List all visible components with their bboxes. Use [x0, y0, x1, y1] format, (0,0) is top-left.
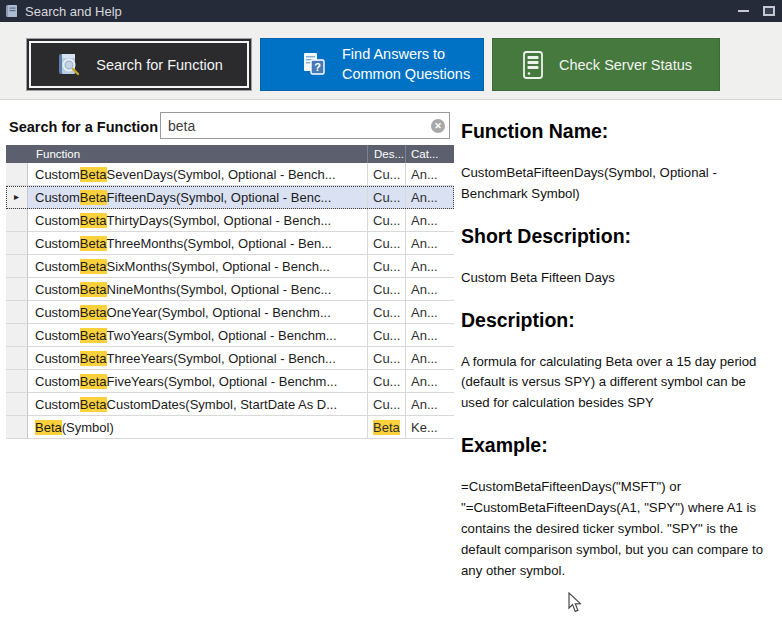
description-cell: Cu... [368, 232, 406, 255]
book-search-icon [55, 51, 83, 79]
search-for-function-button[interactable]: Search for Function [26, 38, 252, 91]
column-header-description[interactable]: Des... [368, 145, 406, 163]
search-match-highlight: Beta [80, 167, 107, 182]
function-name-cell: CustomBetaCustomDates(Symbol, StartDate … [28, 393, 368, 416]
search-label: Search for a Function [9, 119, 158, 135]
search-match-highlight: Beta [80, 305, 107, 320]
function-name-cell: CustomBetaSixMonths(Symbol, Optional - B… [28, 255, 368, 278]
row-selector-gutter[interactable]: ▸ [6, 186, 28, 209]
function-name-cell: CustomBetaOneYear(Symbol, Optional - Ben… [28, 301, 368, 324]
detail-section-heading: Example: [461, 434, 775, 457]
detail-section-heading: Function Name: [461, 120, 775, 143]
svg-text:?: ? [314, 61, 321, 73]
row-selector-gutter[interactable] [6, 324, 28, 347]
category-cell: An... [406, 347, 454, 370]
row-selector-gutter[interactable] [6, 163, 28, 186]
table-row[interactable]: Beta(Symbol)BetaKe... [6, 416, 454, 439]
row-selector-gutter[interactable] [6, 393, 28, 416]
category-cell: An... [406, 370, 454, 393]
row-selector-gutter[interactable] [6, 255, 28, 278]
detail-section-heading: Description: [461, 309, 775, 332]
search-match-highlight: Beta [35, 420, 62, 435]
row-selector-gutter[interactable] [6, 278, 28, 301]
row-selector-gutter[interactable] [6, 209, 28, 232]
table-row[interactable]: CustomBetaThirtyDays(Symbol, Optional - … [6, 209, 454, 232]
table-row[interactable]: ▸CustomBetaFifteenDays(Symbol, Optional … [6, 186, 454, 209]
toolbar: Search for Function ? Find Answers to Co… [0, 22, 782, 100]
detail-section-heading: Short Description: [461, 225, 775, 248]
function-name-cell: Beta(Symbol) [28, 416, 368, 439]
search-match-highlight: Beta [80, 397, 107, 412]
table-row[interactable]: CustomBetaTwoYears(Symbol, Optional - Be… [6, 324, 454, 347]
table-row[interactable]: CustomBetaOneYear(Symbol, Optional - Ben… [6, 301, 454, 324]
minimize-icon [738, 10, 749, 12]
search-match-highlight: Beta [80, 328, 107, 343]
search-match-highlight: Beta [80, 282, 107, 297]
search-match-highlight: Beta [80, 259, 107, 274]
check-server-status-button[interactable]: Check Server Status [492, 38, 720, 91]
column-header-function[interactable]: Function [28, 145, 368, 163]
minimize-button[interactable] [730, 0, 756, 22]
table-row[interactable]: CustomBetaSixMonths(Symbol, Optional - B… [6, 255, 454, 278]
row-selector-gutter[interactable] [6, 416, 28, 439]
function-name-cell: CustomBetaThirtyDays(Symbol, Optional - … [28, 209, 368, 232]
detail-section-body: Custom Beta Fifteen Days [461, 268, 775, 289]
row-selector-gutter[interactable] [6, 347, 28, 370]
row-selector-gutter[interactable] [6, 232, 28, 255]
category-cell: An... [406, 255, 454, 278]
function-name-cell: CustomBetaSevenDays(Symbol, Optional - B… [28, 163, 368, 186]
category-cell: An... [406, 209, 454, 232]
server-icon [520, 50, 546, 80]
detail-section-body: A formula for calculating Beta over a 15… [461, 352, 775, 415]
category-cell: An... [406, 278, 454, 301]
detail-section-body: CustomBetaFifteenDays(Symbol, Optional -… [461, 163, 775, 205]
category-cell: An... [406, 163, 454, 186]
row-selector-gutter[interactable] [6, 370, 28, 393]
maximize-icon [763, 6, 775, 16]
description-cell: Beta [368, 416, 406, 439]
find-answers-button[interactable]: ? Find Answers to Common Questions [260, 38, 484, 91]
category-cell: An... [406, 324, 454, 347]
table-row[interactable]: CustomBetaFiveYears(Symbol, Optional - B… [6, 370, 454, 393]
maximize-button[interactable] [756, 0, 782, 22]
clear-search-icon[interactable]: ✕ [431, 119, 445, 133]
description-cell: Cu... [368, 324, 406, 347]
document-question-icon: ? [299, 50, 329, 80]
function-name-cell: CustomBetaFifteenDays(Symbol, Optional -… [28, 186, 368, 209]
category-cell: An... [406, 232, 454, 255]
search-match-highlight: Beta [80, 236, 107, 251]
find-answers-label: Find Answers to Common Questions [342, 45, 483, 84]
window-controls [730, 0, 782, 22]
category-cell: An... [406, 301, 454, 324]
detail-section-body: =CustomBetaFifteenDays("MSFT") or "=Cust… [461, 477, 775, 581]
grid-header-row: Function Des... Cat... [6, 145, 454, 163]
table-row[interactable]: CustomBetaCustomDates(Symbol, StartDate … [6, 393, 454, 416]
window-title: Search and Help [25, 4, 122, 19]
column-header-category[interactable]: Cat... [406, 145, 454, 163]
category-cell: An... [406, 186, 454, 209]
function-table-body: CustomBetaSevenDays(Symbol, Optional - B… [6, 163, 454, 439]
grid-header-gutter [6, 145, 28, 163]
row-selector-gutter[interactable] [6, 301, 28, 324]
details-panel: Function Name:CustomBetaFifteenDays(Symb… [461, 120, 775, 601]
function-name-cell: CustomBetaTwoYears(Symbol, Optional - Be… [28, 324, 368, 347]
description-cell: Cu... [368, 278, 406, 301]
app-icon [5, 4, 19, 18]
table-row[interactable]: CustomBetaNineMonths(Symbol, Optional - … [6, 278, 454, 301]
search-match-highlight: Beta [80, 190, 107, 205]
description-cell: Cu... [368, 370, 406, 393]
description-cell: Cu... [368, 209, 406, 232]
search-match-highlight: Beta [80, 351, 107, 366]
description-cell: Cu... [368, 255, 406, 278]
table-row[interactable]: CustomBetaThreeYears(Symbol, Optional - … [6, 347, 454, 370]
function-search-input[interactable] [160, 112, 450, 139]
function-name-cell: CustomBetaFiveYears(Symbol, Optional - B… [28, 370, 368, 393]
search-match-highlight: Beta [80, 374, 107, 389]
check-server-status-label: Check Server Status [559, 57, 692, 73]
category-cell: An... [406, 393, 454, 416]
function-results-grid: Function Des... Cat... CustomBetaSevenDa… [6, 145, 454, 439]
description-cell: Cu... [368, 163, 406, 186]
title-bar: Search and Help [0, 0, 782, 22]
table-row[interactable]: CustomBetaThreeMonths(Symbol, Optional -… [6, 232, 454, 255]
table-row[interactable]: CustomBetaSevenDays(Symbol, Optional - B… [6, 163, 454, 186]
